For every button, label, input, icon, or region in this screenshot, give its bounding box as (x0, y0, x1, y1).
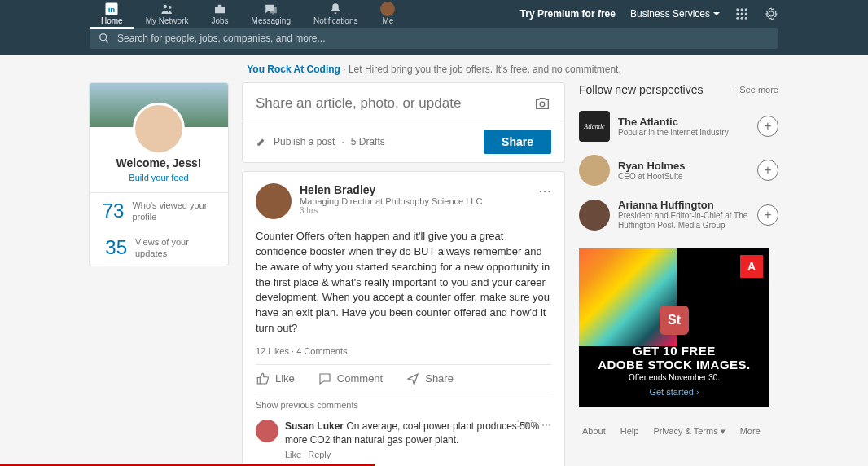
cover-photo (90, 83, 228, 127)
camera-icon[interactable] (533, 95, 551, 112)
post-time: 3 hrs (300, 206, 482, 215)
nav-home[interactable]: in Home (90, 0, 134, 29)
search-bar (0, 28, 868, 55)
svg-point-10 (736, 17, 739, 20)
top-nav: in Home My Network Jobs Messaging Notifi… (0, 0, 868, 28)
share-post-button[interactable]: Share (406, 371, 454, 386)
svg-point-6 (745, 8, 747, 11)
svg-point-2 (164, 4, 168, 8)
like-button[interactable]: Like (256, 371, 295, 386)
follow-add-button[interactable]: + (757, 160, 778, 181)
nav-messaging[interactable]: Messaging (240, 0, 302, 29)
edit-icon (256, 136, 267, 147)
chevron-down-icon (713, 11, 720, 17)
stat-profile-views[interactable]: 73 Who's viewed your profile (90, 193, 228, 230)
comment-button[interactable]: Comment (318, 371, 383, 386)
settings-icon[interactable] (764, 7, 778, 21)
follow-add-button[interactable]: + (757, 116, 778, 137)
share-box: Share an article, photo, or update Publi… (243, 83, 564, 162)
post-author-name[interactable]: Helen Bradley (300, 183, 482, 196)
comment-author[interactable]: Susan Luker (285, 420, 344, 432)
comment-avatar[interactable] (256, 420, 278, 442)
comment-reply[interactable]: Reply (308, 450, 331, 459)
post-menu[interactable]: ⋯ (538, 183, 551, 199)
footer-about[interactable]: About (582, 426, 606, 437)
bell-icon (328, 2, 343, 16)
search-icon (98, 32, 111, 45)
nav-notifications[interactable]: Notifications (302, 0, 369, 29)
comment-time: 1 min (517, 420, 537, 429)
ad-banner[interactable]: A St GET 10 FREE ADOBE STOCK IMAGES. Off… (579, 248, 769, 407)
linkedin-icon: in (104, 2, 119, 16)
share-button[interactable]: Share (484, 130, 551, 154)
ad-headline: GET 10 FREE (579, 344, 769, 358)
nav-jobs[interactable]: Jobs (199, 0, 239, 29)
follow-item: Arianna HuffingtonPresident and Editor-i… (579, 192, 778, 237)
share-prompt[interactable]: Share an article, photo, or update (256, 95, 461, 112)
nav-network[interactable]: My Network (134, 0, 200, 29)
svg-point-14 (540, 102, 545, 107)
follow-add-button[interactable]: + (757, 204, 778, 226)
stat-update-views[interactable]: 35 Views of your updates (90, 230, 228, 266)
svg-point-9 (745, 13, 747, 15)
follow-avatar[interactable] (579, 155, 610, 186)
messaging-icon (264, 2, 278, 16)
people-icon (160, 2, 174, 16)
briefcase-icon (213, 2, 227, 16)
me-avatar (380, 2, 395, 16)
svg-point-5 (741, 8, 743, 11)
stock-icon: St (660, 306, 689, 335)
ad-offer: Offer ends November 30. (579, 373, 769, 382)
profile-card: Welcome, Jess! Build your feed 73 Who's … (90, 83, 228, 266)
comment-like[interactable]: Like (285, 450, 301, 459)
follow-avatar[interactable] (579, 200, 610, 231)
comment-item: Susan Luker On average, coal power plant… (256, 416, 551, 464)
publish-link[interactable]: Publish a post (274, 136, 335, 147)
share-icon (406, 371, 420, 386)
footer-links: About Help Privacy & Terms ▾ More (579, 426, 778, 437)
svg-point-8 (741, 13, 743, 15)
promo-link[interactable]: You Rock At Coding (247, 64, 340, 75)
footer-more[interactable]: More (740, 426, 761, 437)
comment-icon (318, 371, 332, 386)
svg-point-12 (745, 17, 747, 20)
follow-sub: President and Editor-in-Chief at The Huf… (618, 211, 749, 231)
build-feed-link[interactable]: Build your feed (129, 173, 188, 182)
follow-sub: Popular in the internet industry (618, 128, 749, 138)
business-dropdown[interactable]: Business Services (630, 8, 720, 20)
drafts-link[interactable]: 5 Drafts (351, 136, 385, 147)
footer-help[interactable]: Help (620, 426, 639, 437)
post-body: Counter Offers often happen and it'll gi… (256, 229, 551, 336)
follow-name[interactable]: The Atlantic (618, 116, 749, 128)
search-input[interactable] (117, 33, 770, 44)
comment-menu[interactable]: ⋯ (541, 420, 551, 431)
drafts-separator: · (341, 136, 344, 147)
nav-me[interactable]: Me (369, 0, 406, 29)
svg-point-3 (169, 5, 172, 8)
post-author-headline: Managing Director at Philosophy Science … (300, 196, 482, 206)
show-previous-comments[interactable]: Show previous comments (256, 393, 551, 416)
follow-logo[interactable]: Atlantic (579, 111, 610, 142)
premium-link[interactable]: Try Premium for free (520, 8, 616, 20)
promo-banner: You Rock At Coding · Let Hired bring you… (0, 55, 868, 83)
profile-avatar[interactable] (133, 103, 185, 155)
svg-point-13 (100, 34, 107, 41)
svg-point-11 (741, 17, 743, 20)
ad-headline: ADOBE STOCK IMAGES. (579, 358, 769, 371)
follow-sub: CEO at HootSuite (618, 172, 749, 182)
welcome-text: Welcome, Jess! (96, 156, 221, 169)
svg-point-7 (736, 13, 739, 15)
apps-icon[interactable] (734, 7, 749, 21)
follow-name[interactable]: Ryan Holmes (618, 160, 749, 172)
post-author-avatar[interactable] (256, 183, 292, 219)
follow-item: Atlantic The AtlanticPopular in the inte… (579, 104, 778, 148)
follow-item: Ryan HolmesCEO at HootSuite + (579, 148, 778, 192)
footer-privacy[interactable]: Privacy & Terms ▾ (653, 426, 725, 437)
ad-cta[interactable]: Get started › (649, 387, 699, 397)
follow-name[interactable]: Arianna Huffington (618, 199, 749, 211)
see-more-link[interactable]: See more (739, 85, 778, 95)
post-stats[interactable]: 12 Likes · 4 Comments (256, 346, 551, 356)
follow-title: Follow new perspectives (579, 83, 704, 96)
adobe-logo: A (740, 255, 763, 278)
thumbs-up-icon (256, 371, 270, 386)
